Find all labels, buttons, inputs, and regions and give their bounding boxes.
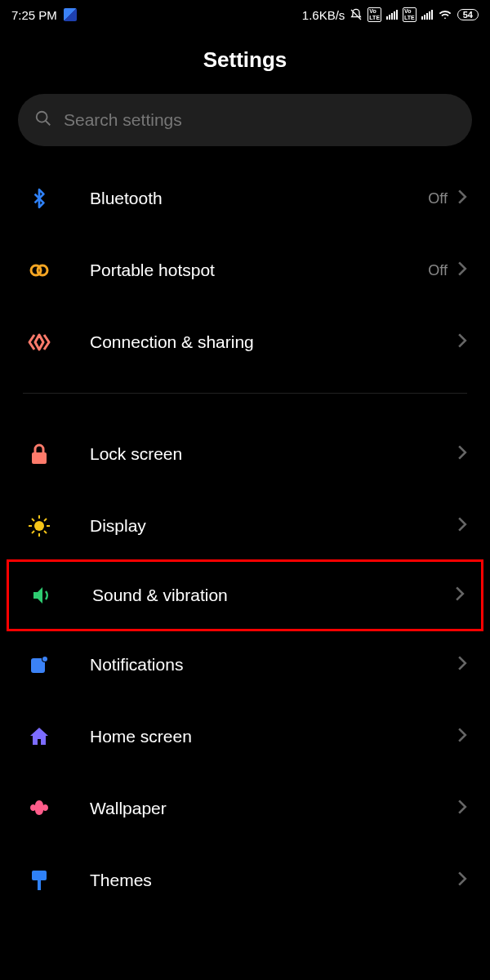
- item-label: Sound & vibration: [58, 586, 455, 605]
- volte-icon-2: VoLTE: [403, 7, 416, 22]
- lock-icon: [23, 443, 56, 466]
- search-bar[interactable]: [18, 94, 472, 146]
- status-bar: 7:25 PM 1.6KB/s VoLTE VoLTE 54: [0, 0, 490, 29]
- svg-rect-18: [38, 880, 41, 890]
- svg-line-13: [44, 519, 47, 521]
- signal-icon-2: [421, 10, 433, 20]
- svg-point-3: [38, 265, 47, 275]
- item-status: Off: [428, 262, 448, 279]
- chevron-right-icon: [457, 517, 467, 535]
- speaker-icon: [25, 585, 58, 606]
- svg-point-0: [37, 112, 47, 122]
- item-label: Display: [56, 516, 457, 536]
- brush-icon: [23, 869, 56, 892]
- hotspot-icon: [23, 261, 56, 280]
- settings-item-display[interactable]: Display: [0, 490, 490, 562]
- settings-item-connection-sharing[interactable]: Connection & sharing: [0, 306, 490, 378]
- settings-item-bluetooth[interactable]: Bluetooth Off: [0, 163, 490, 234]
- sun-icon: [23, 514, 56, 537]
- svg-point-5: [34, 521, 44, 531]
- chevron-right-icon: [457, 445, 467, 463]
- item-label: Connection & sharing: [56, 332, 457, 352]
- chevron-right-icon: [457, 800, 467, 817]
- chevron-right-icon: [457, 333, 467, 351]
- clock: 7:25 PM: [11, 8, 57, 22]
- chevron-right-icon: [457, 871, 467, 889]
- item-label: Home screen: [56, 727, 457, 746]
- chevron-right-icon: [457, 261, 467, 279]
- item-status: Off: [428, 190, 448, 207]
- dnd-icon: [350, 8, 363, 21]
- svg-line-10: [32, 519, 34, 521]
- home-icon: [23, 726, 56, 747]
- section-divider: [23, 393, 467, 394]
- page-title: Settings: [0, 29, 490, 94]
- settings-item-sound-vibration[interactable]: Sound & vibration: [7, 559, 483, 631]
- connection-sharing-icon: [23, 332, 56, 353]
- file-manager-icon: [64, 8, 77, 21]
- chevron-right-icon: [457, 656, 467, 674]
- battery-indicator: 54: [457, 9, 479, 20]
- signal-icon-1: [386, 10, 398, 20]
- item-label: Bluetooth: [56, 189, 428, 208]
- search-icon: [34, 109, 52, 131]
- svg-line-12: [32, 531, 34, 533]
- item-label: Notifications: [56, 655, 457, 675]
- item-label: Wallpaper: [56, 799, 457, 818]
- chevron-right-icon: [457, 189, 467, 207]
- search-input[interactable]: [64, 110, 456, 130]
- settings-item-notifications[interactable]: Notifications: [0, 629, 490, 701]
- notifications-icon: [23, 654, 56, 675]
- item-label: Themes: [56, 871, 457, 890]
- chevron-right-icon: [457, 728, 467, 746]
- flower-icon: [23, 798, 56, 819]
- svg-rect-17: [32, 871, 47, 880]
- wifi-icon: [438, 8, 452, 21]
- bluetooth-icon: [23, 186, 56, 211]
- item-label: Portable hotspot: [56, 261, 428, 280]
- svg-line-1: [46, 121, 51, 126]
- net-speed: 1.6KB/s: [302, 8, 345, 22]
- settings-item-hotspot[interactable]: Portable hotspot Off: [0, 234, 490, 306]
- chevron-right-icon: [455, 586, 465, 604]
- settings-item-wallpaper[interactable]: Wallpaper: [0, 773, 490, 844]
- svg-point-16: [42, 657, 47, 662]
- volte-icon-1: VoLTE: [368, 7, 381, 22]
- settings-item-themes[interactable]: Themes: [0, 844, 490, 916]
- settings-item-lock-screen[interactable]: Lock screen: [0, 418, 490, 490]
- settings-item-home-screen[interactable]: Home screen: [0, 701, 490, 773]
- item-label: Lock screen: [56, 444, 457, 464]
- svg-line-11: [44, 531, 47, 533]
- svg-rect-4: [32, 452, 47, 464]
